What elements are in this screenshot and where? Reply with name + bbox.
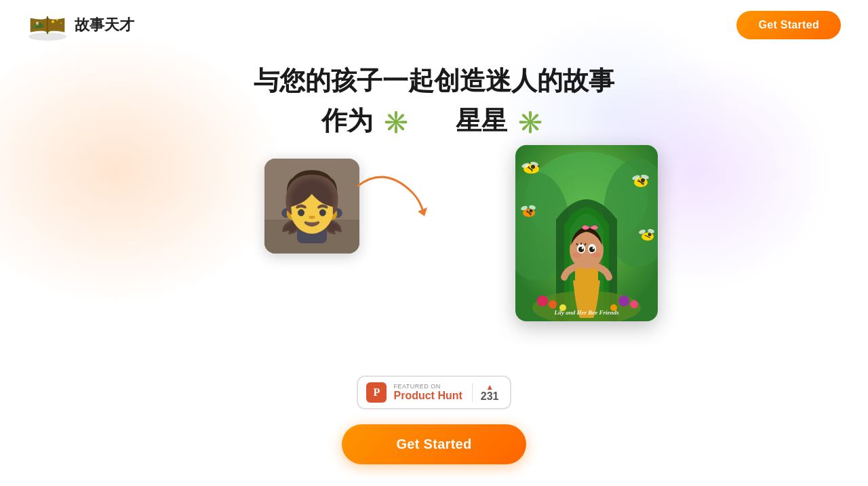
- svg-point-16: [315, 195, 319, 199]
- ph-logo-icon: P: [366, 382, 387, 403]
- ph-count-container: ▲ 231: [472, 383, 499, 402]
- svg-point-15: [304, 195, 309, 199]
- svg-point-17: [296, 199, 307, 206]
- svg-point-31: [630, 300, 638, 308]
- svg-point-73: [648, 233, 652, 237]
- svg-point-9: [293, 176, 331, 220]
- svg-point-12: [321, 178, 337, 205]
- svg-point-3: [60, 22, 62, 24]
- title-prefix: 作为: [321, 106, 373, 135]
- svg-rect-20: [325, 205, 344, 219]
- story-book: Lily and Her Bee Friends: [515, 145, 658, 321]
- svg-point-11: [287, 178, 303, 205]
- svg-point-10: [292, 170, 332, 195]
- svg-point-1: [52, 20, 54, 23]
- child-photo: [264, 159, 359, 254]
- logo-title: 故事天才: [75, 15, 134, 35]
- svg-point-62: [641, 178, 645, 182]
- star-icon-2: ✳️: [517, 110, 544, 134]
- title-suffix: 星星: [456, 106, 507, 135]
- svg-point-13: [303, 192, 310, 200]
- ph-badge-button[interactable]: P FEATURED ON Product Hunt ▲ 231: [357, 376, 511, 409]
- logo-icon: [27, 8, 68, 42]
- svg-point-45: [572, 252, 582, 258]
- hero-section: 与您的孩子一起创造迷人的故事 作为 ✳️ 星星 ✳️: [0, 50, 868, 138]
- svg-point-28: [537, 296, 548, 306]
- cta-section: Get Started: [0, 424, 868, 464]
- hero-title-line2: 作为 ✳️ 星星 ✳️: [0, 104, 868, 138]
- svg-point-18: [317, 199, 328, 206]
- svg-point-29: [549, 300, 557, 308]
- ph-featured-on: FEATURED ON: [393, 383, 462, 390]
- ph-name: Product Hunt: [393, 390, 462, 402]
- ph-text: FEATURED ON Product Hunt: [393, 383, 462, 402]
- svg-point-14: [314, 192, 321, 200]
- svg-rect-8: [297, 206, 327, 243]
- svg-rect-19: [281, 205, 300, 219]
- product-hunt-badge: P FEATURED ON Product Hunt ▲ 231: [0, 376, 868, 409]
- svg-point-40: [582, 247, 584, 249]
- svg-point-30: [618, 296, 629, 306]
- get-started-button[interactable]: Get Started: [342, 424, 526, 464]
- logo-container: 故事天才: [27, 8, 134, 42]
- svg-point-56: [531, 165, 535, 169]
- svg-point-4: [36, 22, 39, 24]
- arrow-svg: [351, 172, 433, 226]
- svg-point-46: [591, 252, 601, 258]
- svg-point-68: [530, 209, 533, 213]
- ph-count: 231: [481, 391, 499, 402]
- nav-get-started-button[interactable]: Get Started: [736, 11, 841, 39]
- hero-title-line1: 与您的孩子一起创造迷人的故事: [0, 64, 868, 98]
- svg-point-2: [56, 19, 58, 21]
- star-icon-1: ✳️: [382, 110, 410, 134]
- svg-text:Lily and Her Bee Friends: Lily and Her Bee Friends: [554, 309, 619, 316]
- child-photo-img: [264, 159, 359, 254]
- svg-point-41: [593, 247, 595, 249]
- images-section: Lily and Her Bee Friends: [0, 159, 868, 362]
- navbar: 故事天才 Get Started: [0, 0, 868, 50]
